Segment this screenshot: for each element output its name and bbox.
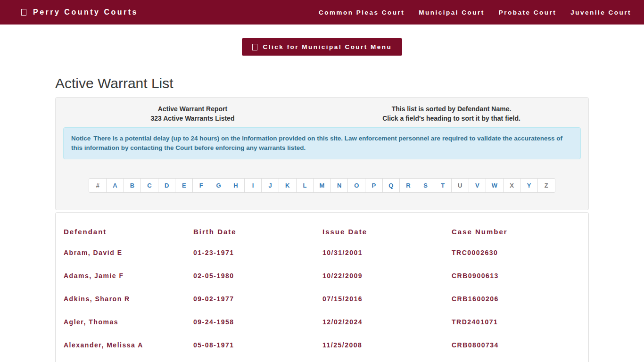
- pager-letter-V[interactable]: V: [469, 178, 487, 193]
- pager-letter-Q[interactable]: Q: [382, 178, 400, 193]
- brand-label: Perry County Courts: [33, 8, 138, 16]
- pager-letter-number: #: [89, 178, 107, 193]
- pager-letter-E[interactable]: E: [175, 178, 193, 193]
- menu-glyph-icon: [252, 44, 257, 50]
- municipal-court-menu-button[interactable]: Click for Municipal Court Menu: [242, 38, 403, 56]
- cell-defendant: Alexander, Melissa A: [56, 334, 185, 357]
- pager-letter-S[interactable]: S: [417, 178, 435, 193]
- brand-glyph-icon: [21, 9, 26, 16]
- pager-letter-O[interactable]: O: [347, 178, 365, 193]
- cell-issue-date: 10/31/2001: [314, 241, 444, 264]
- pager-letter-F[interactable]: F: [192, 178, 210, 193]
- cell-case-number: CRB0800734: [444, 334, 588, 357]
- pager-letter-I[interactable]: I: [244, 178, 262, 193]
- nav-item-common-pleas-court[interactable]: Common Pleas Court: [319, 9, 405, 16]
- sort-line2: Click a field's heading to sort it by th…: [322, 114, 581, 123]
- pager-letter-K[interactable]: K: [279, 178, 297, 193]
- cell-defendant: Adkins, Sharon R: [56, 288, 185, 311]
- menu-button-row: Click for Municipal Court Menu: [0, 38, 644, 56]
- report-summary: Active Warrant Report 323 Active Warrant…: [63, 104, 322, 123]
- cell-issue-date: 11/25/2008: [314, 334, 444, 357]
- nav-item-juvenile-court[interactable]: Juvenile Court: [570, 9, 631, 16]
- pager-letter-W[interactable]: W: [486, 178, 504, 193]
- cell-case-number: CRB1600206: [444, 288, 588, 311]
- pager-letter-H[interactable]: H: [227, 178, 245, 193]
- report-panel: Active Warrant Report 323 Active Warrant…: [55, 97, 589, 210]
- table-row: Abram, David E 01-23-1971 10/31/2001 TRC…: [56, 241, 588, 264]
- warrant-table-header-row: DefendantBirth DateIssue DateCase Number: [56, 217, 588, 241]
- cell-issue-date: 10/22/2009: [314, 264, 444, 288]
- cell-defendant: Adams, Jamie F: [56, 264, 185, 288]
- nav-item-municipal-court[interactable]: Municipal Court: [419, 9, 485, 16]
- column-header-defendant[interactable]: Defendant: [56, 217, 185, 241]
- pager-letter-G[interactable]: G: [210, 178, 228, 193]
- pager-letter-U: U: [451, 178, 469, 193]
- pager-letter-B[interactable]: B: [124, 178, 141, 193]
- brand[interactable]: Perry County Courts: [21, 8, 138, 16]
- pager-letter-R[interactable]: R: [399, 178, 417, 193]
- notice-alert: NoticeThere is a potential delay (up to …: [63, 127, 581, 159]
- pager-letter-Z: Z: [537, 178, 555, 193]
- report-title: Active Warrant Report: [63, 104, 322, 114]
- menu-button-label: Click for Municipal Court Menu: [263, 43, 392, 50]
- pager-letter-P[interactable]: P: [365, 178, 383, 193]
- cell-birth-date: 09-02-1977: [185, 288, 314, 311]
- top-navbar: Perry County Courts Common Pleas Court M…: [0, 0, 644, 25]
- pager-letter-Y[interactable]: Y: [520, 178, 538, 193]
- cell-case-number: TRC0002630: [444, 241, 588, 264]
- table-row: Adams, Jamie F 02-05-1980 10/22/2009 CRB…: [56, 264, 588, 288]
- cell-case-number: TRD2401071: [444, 311, 588, 334]
- cell-issue-date: 07/15/2016: [314, 288, 444, 311]
- pager-letter-L[interactable]: L: [296, 178, 314, 193]
- warrant-table-card: DefendantBirth DateIssue DateCase Number…: [55, 212, 589, 362]
- cell-birth-date: 02-05-1980: [185, 264, 314, 288]
- cell-case-number: CRB0900613: [444, 264, 588, 288]
- nav-links: Common Pleas Court Municipal Court Proba…: [319, 9, 631, 16]
- pager-letter-C[interactable]: C: [140, 178, 158, 193]
- sort-line1: This list is sorted by Defendant Name.: [322, 104, 581, 114]
- cell-issue-date: 12/02/2024: [314, 311, 444, 334]
- warrant-table-body: Abram, David E 01-23-1971 10/31/2001 TRC…: [56, 241, 588, 357]
- main-container: Active Warrant List Active Warrant Repor…: [55, 75, 589, 362]
- pager-letter-J[interactable]: J: [261, 178, 279, 193]
- pager-letter-M[interactable]: M: [313, 178, 331, 193]
- table-row: Alexander, Melissa A 05-08-1971 11/25/20…: [56, 334, 588, 357]
- nav-item-probate-court[interactable]: Probate Court: [499, 9, 557, 16]
- column-header-issue-date[interactable]: Issue Date: [314, 217, 444, 241]
- pager-letter-T[interactable]: T: [434, 178, 452, 193]
- cell-birth-date: 05-08-1971: [185, 334, 314, 357]
- report-count: 323 Active Warrants Listed: [63, 114, 322, 123]
- column-header-birth-date[interactable]: Birth Date: [185, 217, 314, 241]
- pager-letter-D[interactable]: D: [158, 178, 176, 193]
- notice-text: There is a potential delay (up to 24 hou…: [71, 135, 562, 151]
- pager-letter-N[interactable]: N: [330, 178, 348, 193]
- cell-birth-date: 01-23-1971: [185, 241, 314, 264]
- notice-label: Notice: [71, 135, 91, 142]
- alphabet-pager: #ABCDEFGHIJKLMNOPQRSTUVWXYZ: [89, 178, 555, 193]
- pager-letter-A[interactable]: A: [106, 178, 124, 193]
- cell-defendant: Agler, Thomas: [56, 311, 185, 334]
- cell-defendant: Abram, David E: [56, 241, 185, 264]
- table-row: Adkins, Sharon R 09-02-1977 07/15/2016 C…: [56, 288, 588, 311]
- warrant-table: DefendantBirth DateIssue DateCase Number…: [56, 217, 588, 357]
- cell-birth-date: 09-24-1958: [185, 311, 314, 334]
- table-row: Agler, Thomas 09-24-1958 12/02/2024 TRD2…: [56, 311, 588, 334]
- sort-instructions: This list is sorted by Defendant Name. C…: [322, 104, 581, 123]
- alphabet-pager-wrap: #ABCDEFGHIJKLMNOPQRSTUVWXYZ: [63, 178, 581, 193]
- report-panel-head: Active Warrant Report 323 Active Warrant…: [63, 104, 581, 123]
- column-header-case-number[interactable]: Case Number: [444, 217, 588, 241]
- pager-letter-X: X: [503, 178, 521, 193]
- page-title: Active Warrant List: [55, 75, 589, 91]
